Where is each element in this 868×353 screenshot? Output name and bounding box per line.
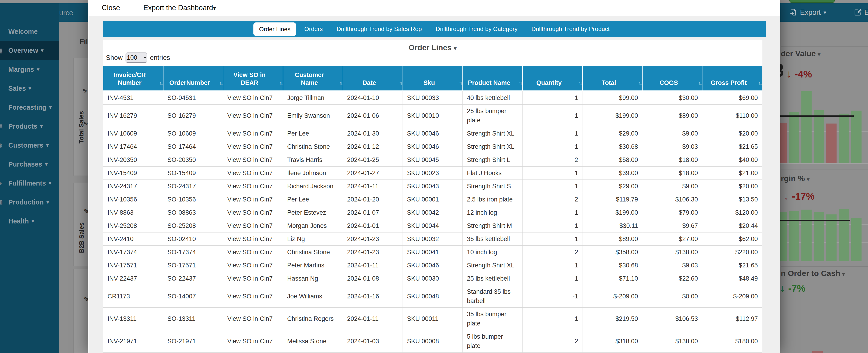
cell-quantity: 1 (523, 259, 583, 272)
sort-icon[interactable]: ↑↓ (459, 79, 462, 87)
view-so-link[interactable]: View SO in Cin7 (223, 127, 283, 140)
sidebar-item[interactable]: ▣ Production ▾ (0, 193, 59, 212)
order-to-cash-widget-title[interactable]: n Order to Cash▾ (781, 269, 845, 278)
table-body: INV-4531 SO-04531 View SO in Cin7 Jorge … (103, 91, 762, 353)
sidebar-item[interactable]: Purchases ▾ (0, 155, 59, 174)
sidebar-item[interactable]: ▮ Health ▾ (0, 212, 59, 231)
view-so-link[interactable]: View SO in Cin7 (223, 219, 283, 233)
sort-icon[interactable]: ↑↓ (758, 79, 761, 87)
sidebar-item-icon: ◈ (0, 180, 2, 187)
chart-bar (789, 211, 799, 261)
column-header[interactable]: Date↑↓ (343, 66, 403, 91)
drillthrough-tab[interactable]: Drillthrough Trend by Product (526, 21, 615, 37)
cell-cogs: $138.00 (642, 330, 702, 353)
table-row: INV-25208 SO-25208 View SO in Cin7 Morga… (103, 219, 762, 233)
cell-gross-profit: $62.00 (702, 233, 762, 246)
view-so-link[interactable]: View SO in Cin7 (223, 91, 283, 105)
chevron-down-icon: ▾ (46, 199, 49, 205)
column-header[interactable]: Customer Name↑↓ (283, 66, 343, 91)
cell-gross-profit: $20.00 (702, 127, 762, 140)
order-lines-panel: Order Lines▾ Show 100 entries Invoice/CR (103, 40, 762, 353)
view-so-link[interactable]: View SO in Cin7 (223, 140, 283, 153)
close-button[interactable]: Close (102, 4, 120, 12)
edit-button[interactable]: E (854, 8, 868, 17)
order-value-widget-title[interactable]: der Value▾ (781, 49, 820, 58)
view-so-link[interactable]: View SO in Cin7 (223, 308, 283, 330)
chart-bar (826, 214, 837, 261)
cell-invoice: INV-21971 (103, 330, 163, 353)
sort-icon[interactable]: ↑↓ (579, 79, 581, 87)
sort-icon[interactable]: ↑↓ (279, 79, 282, 87)
sidebar-item[interactable]: Welcome (0, 22, 59, 41)
drillthrough-tab[interactable]: Drillthrough Trend by Category (430, 21, 523, 37)
sidebar-item[interactable]: ◈ Fulfillments ▾ (0, 174, 59, 193)
sidebar-item[interactable]: Forecasting ▾ (0, 98, 59, 117)
column-header[interactable]: Quantity↑↓ (523, 66, 583, 91)
drillthrough-tab[interactable]: Order Lines (253, 23, 296, 36)
down-arrow-icon: ↓ (783, 190, 789, 202)
view-so-link[interactable]: View SO in Cin7 (223, 330, 283, 353)
cell-quantity: -1 (523, 285, 583, 308)
export-button[interactable]: Export ▾ (789, 8, 826, 17)
chevron-down-icon: ▾ (37, 66, 39, 72)
sort-icon[interactable]: ↑↓ (698, 79, 701, 87)
sort-icon[interactable]: ↑↓ (159, 79, 162, 87)
column-header[interactable]: Gross Profit↑↓ (702, 66, 762, 91)
column-header[interactable]: Invoice/CR Number↑↓ (103, 66, 163, 91)
divider (781, 46, 868, 47)
cell-date: 2024-01-07 (343, 206, 403, 219)
column-header[interactable]: Product Name↑↓ (463, 66, 523, 91)
cell-gross-profit: $21.00 (702, 167, 762, 180)
table-row: INV-20350 SO-20350 View SO in Cin7 Travi… (103, 153, 762, 167)
sidebar-item[interactable]: ◉ Customers ▾ (0, 136, 59, 155)
refresh-button-fragment[interactable] (789, 0, 835, 3)
cell-quantity: 1 (523, 308, 583, 330)
edit-pencil-icon (854, 8, 862, 17)
view-so-link[interactable]: View SO in Cin7 (223, 233, 283, 246)
view-so-link[interactable]: View SO in Cin7 (223, 167, 283, 180)
sort-icon[interactable]: ↑↓ (639, 79, 641, 87)
panel-title[interactable]: Order Lines▾ (103, 43, 762, 52)
cell-total: $219.50 (583, 308, 642, 330)
sort-icon[interactable]: ↑↓ (519, 79, 521, 87)
cell-date: 2024-01-01 (343, 219, 403, 233)
column-header[interactable]: COGS↑↓ (642, 66, 702, 91)
drillthrough-tab[interactable]: Drillthrough Trend by Sales Rep (331, 21, 428, 37)
view-so-link[interactable]: View SO in Cin7 (223, 259, 283, 272)
margin-widget-title[interactable]: rgin %▾ (781, 174, 809, 183)
table-header-row: Invoice/CR Number↑↓ OrderNumber↑↓ View S… (103, 66, 762, 91)
column-header[interactable]: View SO in DEAR↑↓ (223, 66, 283, 91)
view-so-link[interactable]: View SO in Cin7 (223, 153, 283, 167)
chevron-down-icon: ▾ (32, 218, 34, 224)
sort-icon[interactable]: ↑↓ (399, 79, 402, 87)
column-header[interactable]: Sku↑↓ (403, 66, 463, 91)
column-header[interactable]: Total↑↓ (583, 66, 642, 91)
cell-date: 2024-01-25 (343, 153, 403, 167)
sidebar-item[interactable]: ◔ Margins ▾ (0, 60, 59, 79)
cell-gross-profit: $21.65 (702, 140, 762, 153)
sort-icon[interactable]: ↑↓ (219, 79, 222, 87)
sidebar-item-label: Sales (8, 85, 26, 92)
column-header[interactable]: OrderNumber↑↓ (163, 66, 223, 91)
cell-order-number: SO-02410 (163, 233, 223, 246)
view-so-link[interactable]: View SO in Cin7 (223, 180, 283, 193)
drillthrough-tab[interactable]: Orders (299, 21, 328, 37)
view-so-link[interactable]: View SO in Cin7 (223, 105, 283, 127)
sort-icon[interactable]: ↑↓ (339, 79, 342, 87)
view-so-link[interactable]: View SO in Cin7 (223, 272, 283, 285)
sidebar-item[interactable]: ▤ Products ▾ (0, 117, 59, 136)
cell-total: $318.00 (583, 330, 642, 353)
sidebar-item[interactable]: ▦ Overview ▾ (0, 41, 59, 60)
cell-date: 2024-01-12 (343, 140, 403, 153)
view-so-link[interactable]: View SO in Cin7 (223, 193, 283, 206)
sidebar-item[interactable]: Sales ▾ (0, 79, 59, 98)
cell-customer: Morgan Jones (283, 219, 343, 233)
page-size-select[interactable]: 100 (126, 53, 147, 63)
cell-product: 25 lbs kettlebell (463, 272, 523, 285)
cell-invoice: INV-17571 (103, 259, 163, 272)
cell-sku: SKU 00011 (403, 308, 463, 330)
view-so-link[interactable]: View SO in Cin7 (223, 285, 283, 308)
export-dashboard-dropdown[interactable]: Export the Dashboard▾ (143, 4, 216, 12)
view-so-link[interactable]: View SO in Cin7 (223, 206, 283, 219)
view-so-link[interactable]: View SO in Cin7 (223, 246, 283, 259)
